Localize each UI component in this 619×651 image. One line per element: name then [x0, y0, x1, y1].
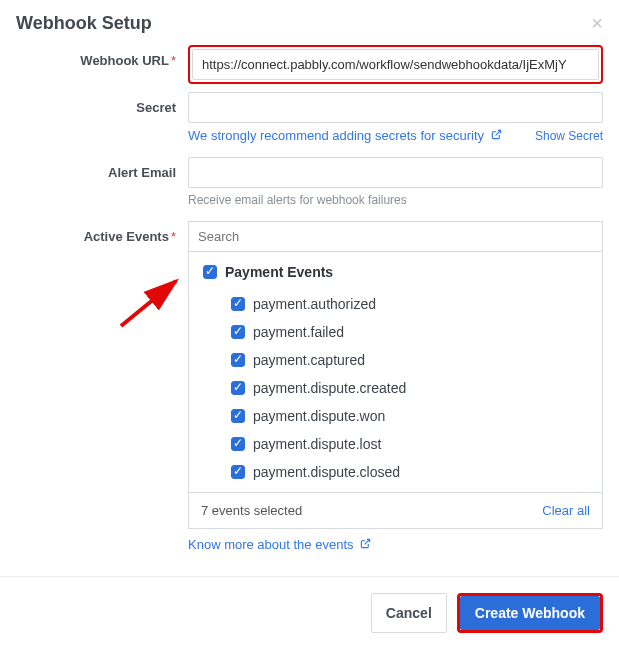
event-item[interactable]: payment.authorized: [199, 290, 592, 318]
secret-helper-link-text[interactable]: We strongly recommend adding secrets for…: [188, 128, 484, 143]
event-label: payment.dispute.lost: [253, 436, 381, 452]
external-link-icon: [491, 129, 502, 142]
checkbox-event[interactable]: [231, 297, 245, 311]
event-label: payment.captured: [253, 352, 365, 368]
svg-line-2: [365, 539, 370, 544]
close-icon[interactable]: ×: [591, 12, 603, 35]
event-label: payment.dispute.closed: [253, 464, 400, 480]
event-label: payment.dispute.created: [253, 380, 406, 396]
event-label: payment.dispute.won: [253, 408, 385, 424]
checkbox-payment-events[interactable]: [203, 265, 217, 279]
required-marker: *: [171, 229, 176, 244]
input-col-secret: We strongly recommend adding secrets for…: [188, 92, 603, 143]
event-item[interactable]: payment.dispute.won: [199, 402, 592, 430]
alert-email-input[interactable]: [188, 157, 603, 188]
label-secret: Secret: [16, 92, 188, 115]
know-more-row: Know more about the events: [188, 537, 603, 552]
checkbox-event[interactable]: [231, 437, 245, 451]
events-box: Payment Events payment.authorized paymen…: [188, 221, 603, 529]
label-text-webhook-url: Webhook URL: [80, 53, 169, 68]
highlight-create-webhook: Create Webhook: [457, 593, 603, 633]
event-item[interactable]: payment.failed: [199, 318, 592, 346]
events-search-input[interactable]: [189, 222, 602, 252]
create-webhook-button[interactable]: Create Webhook: [460, 596, 600, 630]
event-label: payment.failed: [253, 324, 344, 340]
event-item[interactable]: payment.dispute.created: [199, 374, 592, 402]
modal-footer: Cancel Create Webhook: [0, 576, 619, 649]
event-label: payment.authorized: [253, 296, 376, 312]
row-active-events: Active Events* Payment Events: [16, 221, 603, 570]
alert-email-helper: Receive email alerts for webhook failure…: [188, 193, 603, 207]
checkbox-event[interactable]: [231, 381, 245, 395]
webhook-setup-modal: Webhook Setup × Webhook URL* Secret We s…: [0, 0, 619, 570]
label-text-active-events: Active Events: [84, 229, 169, 244]
row-secret: Secret We strongly recommend adding secr…: [16, 92, 603, 143]
show-secret-link[interactable]: Show Secret: [535, 129, 603, 143]
event-item[interactable]: payment.dispute.closed: [199, 458, 592, 486]
secret-helper-row: We strongly recommend adding secrets for…: [188, 128, 603, 143]
input-col-active-events: Payment Events payment.authorized paymen…: [188, 221, 603, 570]
secret-input[interactable]: [188, 92, 603, 123]
events-footer: 7 events selected Clear all: [189, 492, 602, 528]
checkbox-event[interactable]: [231, 465, 245, 479]
callout-arrow-icon: [116, 271, 196, 341]
checkbox-event[interactable]: [231, 325, 245, 339]
modal-title: Webhook Setup: [16, 13, 152, 34]
events-selected-summary: 7 events selected: [201, 503, 302, 518]
cancel-button[interactable]: Cancel: [371, 593, 447, 633]
modal-header: Webhook Setup ×: [16, 12, 603, 35]
know-more-link[interactable]: Know more about the events: [188, 537, 354, 552]
label-alert-email: Alert Email: [16, 157, 188, 180]
external-link-icon: [360, 538, 371, 551]
row-alert-email: Alert Email Receive email alerts for web…: [16, 157, 603, 207]
svg-line-0: [495, 130, 500, 135]
webhook-url-input[interactable]: [192, 49, 599, 80]
input-col-webhook-url: [188, 45, 603, 84]
svg-line-1: [121, 281, 176, 326]
row-webhook-url: Webhook URL*: [16, 45, 603, 84]
label-active-events: Active Events*: [16, 221, 188, 244]
event-item[interactable]: payment.captured: [199, 346, 592, 374]
required-marker: *: [171, 53, 176, 68]
events-list[interactable]: Payment Events payment.authorized paymen…: [189, 252, 602, 492]
secret-helper-link[interactable]: We strongly recommend adding secrets for…: [188, 128, 502, 143]
event-group-label: Payment Events: [225, 264, 333, 280]
event-group-payment[interactable]: Payment Events: [199, 262, 592, 282]
highlight-webhook-url: [188, 45, 603, 84]
checkbox-event[interactable]: [231, 409, 245, 423]
checkbox-event[interactable]: [231, 353, 245, 367]
input-col-alert-email: Receive email alerts for webhook failure…: [188, 157, 603, 207]
label-webhook-url: Webhook URL*: [16, 45, 188, 68]
clear-all-link[interactable]: Clear all: [542, 503, 590, 518]
event-item[interactable]: payment.dispute.lost: [199, 430, 592, 458]
